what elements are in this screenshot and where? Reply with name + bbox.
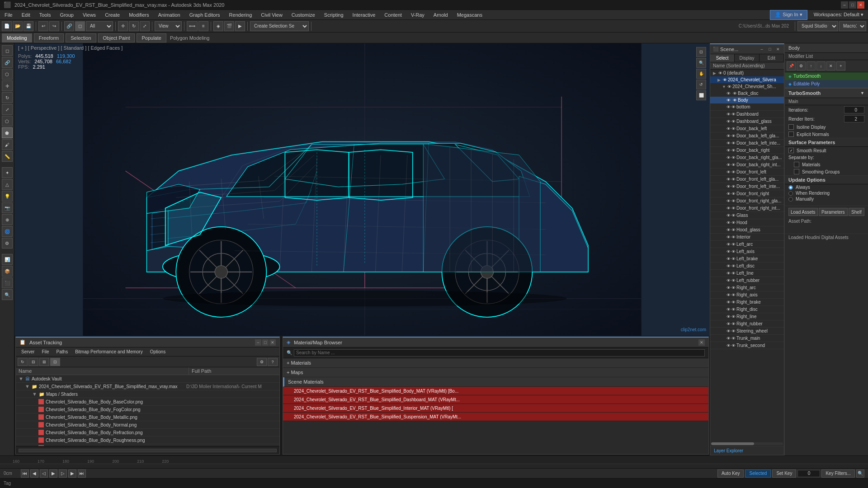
list-item[interactable]: ▼ 👁 2024_Chevrolet_Sh... [710, 83, 784, 90]
asset-menu-bitmap[interactable]: Bitmap Performance and Memory [71, 347, 146, 357]
list-item[interactable]: 👁👁Right_arc [710, 284, 784, 291]
list-item[interactable]: Chevrolet_Silverado_Blue_Body_FogColor.p… [16, 406, 279, 413]
list-item[interactable]: Chevrolet_Silverado_Blue_Body_Refraction… [16, 429, 279, 436]
tab-selection[interactable]: Selection [66, 33, 96, 42]
modifier-configure[interactable]: ⚙ [797, 61, 806, 70]
list-item[interactable]: 👁👁Interior [710, 234, 784, 241]
asset-refresh[interactable]: ↻ [18, 358, 28, 366]
asset-collapse[interactable]: ⊟ [28, 358, 38, 366]
list-item[interactable]: ▶ 👁 2024_Chevrolet_Silvera [710, 76, 784, 83]
key-filters-button[interactable]: Key Filters... [821, 469, 855, 478]
asset-settings[interactable]: ⚙ [257, 358, 267, 366]
list-item[interactable]: 2024_Chevrolet_Silverado_EV_RST_Blue_Sim… [283, 413, 708, 421]
modifier-add[interactable]: + [836, 61, 845, 70]
next-key-button[interactable]: ▶ [68, 469, 76, 478]
menu-vray[interactable]: V-Ray [406, 10, 429, 20]
modifier-delete[interactable]: ✕ [826, 61, 835, 70]
shelf-button[interactable]: Shelf [849, 208, 864, 216]
list-item[interactable]: 👁👁Left_disc [710, 263, 784, 270]
list-item[interactable]: 2024_Chevrolet_Silverado_EV_RST_Blue_Sim… [283, 404, 708, 413]
menu-modifiers[interactable]: Modifiers [124, 10, 154, 20]
render-button[interactable]: ▶ [235, 21, 245, 31]
selection-filter[interactable]: All [86, 21, 113, 31]
asset-menu-paths[interactable]: Paths [53, 347, 72, 357]
menu-civil-view[interactable]: Civil View [256, 10, 287, 20]
to-start-button[interactable]: ⏮ [21, 469, 29, 478]
menu-edit[interactable]: Edit [17, 10, 35, 20]
prev-frame-button[interactable]: ◁ [40, 469, 48, 478]
menu-tools[interactable]: Tools [35, 10, 56, 20]
scene-panel-close-2[interactable]: □ [767, 46, 773, 52]
auto-key-button[interactable]: Auto Key [717, 469, 744, 478]
menu-megascans[interactable]: Megascans [453, 10, 487, 20]
tool-scale[interactable]: ⤢ [2, 104, 13, 115]
tab-select[interactable]: Select [710, 54, 735, 62]
list-item[interactable]: 👁👁Hood_glass [710, 226, 784, 234]
link-button[interactable]: 🔗 [64, 21, 74, 31]
menu-content[interactable]: Content [380, 10, 406, 20]
ts-smoothing-groups-cb[interactable] [794, 169, 799, 174]
list-item[interactable]: 👁👁Door_front_left_gla... [710, 176, 784, 183]
menu-interactive[interactable]: Interactive [348, 10, 380, 20]
tool-helpers[interactable]: ⊕ [2, 214, 13, 225]
create-selection-dropdown[interactable]: Create Selection Se [250, 21, 309, 31]
asset-panel-maximize[interactable]: □ [262, 339, 269, 346]
list-item[interactable]: Chevrolet_Silverado_Blue_Body_Normal.png [16, 421, 279, 429]
ts-materials-cb[interactable] [794, 162, 799, 167]
list-item[interactable]: ▶ 👁 0 (default) [710, 70, 784, 76]
list-item[interactable]: 👁👁Door_front_left_inte... [710, 183, 784, 190]
ts-manually-radio[interactable] [788, 197, 793, 202]
list-item[interactable]: 👁👁Left_rubber [710, 277, 784, 284]
list-item[interactable]: ▼ 📁 2024_Chevrolet_Silverado_EV_RST_Blue… [16, 383, 279, 390]
tab-object-paint[interactable]: Object Paint [98, 33, 135, 42]
workspace-dropdown[interactable]: Workspaces: Default ▾ [809, 10, 868, 20]
move-button[interactable]: ✛ [118, 21, 128, 31]
set-key-button[interactable]: Set Key [772, 469, 796, 478]
tool-measure[interactable]: 📏 [2, 151, 13, 162]
reference-dropdown[interactable]: View [155, 21, 182, 31]
macro-dropdown[interactable]: Macro1 [839, 21, 866, 31]
maximize-viewport[interactable]: ⬜ [696, 90, 706, 100]
scene-panel-close-3[interactable]: ✕ [775, 46, 781, 52]
tool-select[interactable]: ◻ [2, 45, 13, 56]
tool-link[interactable]: 🔗 [2, 57, 13, 68]
minimize-button[interactable]: – [841, 1, 848, 9]
list-item[interactable]: 👁👁Trunk_main [710, 335, 784, 342]
list-item[interactable]: 👁👁Door_front_right [710, 190, 784, 197]
material-editor-button[interactable]: ◈ [213, 21, 223, 31]
render-setup-button[interactable]: 🎬 [224, 21, 234, 31]
list-item[interactable]: 👁👁Glass [710, 212, 784, 219]
list-item[interactable]: 👁👁Trunk_second [710, 342, 784, 349]
to-end-button[interactable]: ⏭ [78, 469, 86, 478]
tool-move[interactable]: ✛ [2, 80, 13, 91]
asset-panel-minimize[interactable]: – [255, 339, 261, 346]
tool-create[interactable]: ✦ [2, 167, 13, 178]
tool-asset[interactable]: 📦 [2, 266, 13, 277]
play-button[interactable]: ▶ [49, 469, 57, 478]
list-item[interactable]: 👁👁Right_rubber [710, 320, 784, 328]
new-button[interactable]: 📄 [2, 21, 12, 31]
list-item[interactable]: Chevrolet_Silverado_Blue_Body_Roughness.… [16, 436, 279, 444]
close-button[interactable]: ✕ [857, 1, 864, 9]
viewport[interactable]: [ + ] [ Perspective ] [ Standard ] [ Edg… [14, 43, 710, 336]
list-item[interactable]: 👁👁Door_back_right_gla... [710, 154, 784, 161]
tab-display[interactable]: Display [735, 54, 759, 62]
timeline-track[interactable] [0, 464, 868, 468]
orbit[interactable]: ↺ [696, 80, 706, 89]
list-item[interactable]: 👁👁Door_back_right [710, 147, 784, 154]
asset-expand[interactable]: ⊞ [39, 358, 49, 366]
parameters-button[interactable]: Parameters [819, 208, 848, 216]
list-item[interactable]: 👁👁Door_back_left [710, 125, 784, 132]
ts-always-radio[interactable] [788, 185, 793, 190]
asset-menu-options[interactable]: Options [146, 347, 169, 357]
tab-edit[interactable]: Edit [760, 54, 784, 62]
menu-group[interactable]: Group [55, 10, 78, 20]
menu-views[interactable]: Views [78, 10, 100, 20]
ts-when-rendering-radio[interactable] [788, 191, 793, 196]
list-item[interactable]: 👁👁Door_front_right_int... [710, 205, 784, 212]
list-item[interactable]: 👁👁Dashboard_glass [710, 118, 784, 125]
tool-explorer[interactable]: 🔍 [2, 289, 13, 300]
menu-arnold[interactable]: Arnold [429, 10, 453, 20]
filter-icon[interactable]: 🔍 [856, 469, 864, 478]
list-item[interactable]: 👁👁Steering_wheel [710, 328, 784, 335]
